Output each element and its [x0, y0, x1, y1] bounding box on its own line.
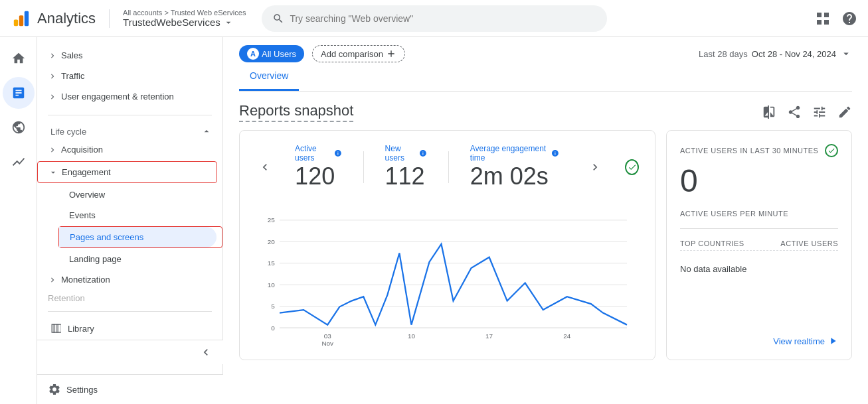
compare-columns-icon[interactable] — [762, 105, 776, 119]
svg-text:15: 15 — [268, 259, 276, 267]
svg-text:17: 17 — [485, 332, 493, 340]
share-icon[interactable] — [787, 105, 802, 119]
rail-advertising[interactable] — [3, 146, 35, 178]
sidebar-engagement-sub: Overview Events Pages and screens Landin… — [37, 184, 222, 269]
tab-overview[interactable]: Overview — [239, 62, 299, 91]
logo-area: Analytics All accounts > Trusted Web eSe… — [11, 8, 246, 29]
chevron-left-icon — [199, 346, 213, 359]
property-name[interactable]: TrustedWebeServices — [123, 17, 246, 28]
analytics-logo — [11, 8, 32, 29]
topbar-actions — [815, 11, 857, 27]
grid-icon[interactable] — [815, 11, 831, 27]
metric-new-users: New users 112 — [385, 144, 427, 190]
snapshot-title: Reports snapshot — [239, 102, 353, 122]
next-arrow[interactable] — [586, 157, 604, 178]
main-content: A All Users Add comparison Last 28 days … — [223, 37, 868, 404]
chevron-right-icon — [48, 51, 57, 60]
filter-bar: A All Users Add comparison — [239, 45, 405, 62]
sidebar-item-overview[interactable]: Overview — [58, 184, 217, 205]
sidebar-top-section: Sales Traffic User engagement & retentio… — [37, 42, 222, 109]
lifecycle-collapse-icon[interactable] — [201, 126, 212, 137]
sidebar-item-library[interactable]: Library — [37, 317, 222, 340]
search-bar[interactable] — [262, 5, 607, 32]
side-card-check-icon — [825, 144, 838, 157]
svg-rect-1 — [19, 15, 23, 26]
sidebar-item-sales[interactable]: Sales — [37, 45, 222, 66]
rail-home[interactable] — [3, 42, 35, 74]
svg-text:10: 10 — [268, 281, 276, 289]
rail-explore[interactable] — [3, 111, 35, 143]
pages-screens-box: Pages and screens — [58, 226, 222, 248]
no-data-label: No data available — [680, 256, 838, 282]
snapshot-actions — [762, 105, 852, 119]
sidebar-item-retention[interactable]: Retention — [37, 290, 222, 306]
analytics-title: Analytics — [37, 10, 96, 27]
add-comparison-button[interactable]: Add comparison — [312, 45, 405, 62]
customize-icon[interactable] — [812, 105, 827, 119]
check-circle-icon — [625, 159, 639, 175]
snapshot-title-row: Reports snapshot — [239, 92, 852, 130]
date-range[interactable]: Last 28 days Oct 28 - Nov 24, 2024 — [699, 48, 852, 60]
chevron-right-icon3 — [48, 92, 57, 101]
settings-nav[interactable]: Settings — [37, 374, 223, 404]
sidebar-item-events[interactable]: Events — [58, 205, 217, 226]
metric-new-users-value: 112 — [385, 163, 427, 190]
prev-arrow[interactable] — [256, 157, 274, 178]
sidebar-item-engagement[interactable]: Engagement — [38, 162, 217, 182]
chevron-right-acq — [48, 145, 57, 155]
snapshot-tabs: Overview — [239, 62, 852, 92]
side-card-title: ACTIVE USERS IN LAST 30 MINUTES — [680, 144, 838, 157]
topbar: Analytics All accounts > Trusted Web eSe… — [0, 0, 868, 37]
metric-new-users-label: New users — [385, 144, 427, 163]
countries-header: TOP COUNTRIES ACTIVE USERS — [680, 239, 838, 251]
metric-avg-engagement-value: 2m 02s — [470, 163, 559, 190]
sidebar-divider2 — [48, 311, 212, 312]
svg-text:Nov: Nov — [321, 340, 333, 347]
cards-row: Active users 120 New users 112 — [223, 130, 868, 360]
sidebar-item-traffic[interactable]: Traffic — [37, 66, 222, 86]
plus-icon — [386, 48, 396, 59]
arrow-right-icon — [827, 336, 838, 346]
chevron-down-engagement — [48, 168, 58, 177]
info-icon-new — [419, 149, 427, 158]
sidebar-item-acquisition[interactable]: Acquisition — [37, 139, 222, 160]
sidebar-item-monetization[interactable]: Monetization — [37, 269, 222, 290]
side-card: ACTIVE USERS IN LAST 30 MINUTES 0 ACTIVE… — [666, 130, 852, 360]
search-input[interactable] — [290, 13, 596, 24]
sidebar-item-user-engagement[interactable]: User engagement & retention — [37, 86, 222, 107]
main-chart-card: Active users 120 New users 112 — [239, 130, 655, 360]
search-icon — [272, 13, 284, 25]
snapshot-section: Overview Reports snapshot — [223, 62, 868, 130]
edit-icon[interactable] — [837, 105, 852, 119]
svg-text:20: 20 — [268, 238, 276, 245]
metric-active-users-label: Active users — [295, 144, 342, 163]
rail-reports[interactable] — [3, 77, 35, 109]
sidebar-item-landing-page[interactable]: Landing page — [58, 249, 217, 269]
side-card-value: 0 — [680, 163, 838, 199]
segment-pill[interactable]: A All Users — [239, 45, 304, 62]
svg-rect-2 — [25, 11, 29, 25]
icon-rail — [0, 37, 37, 404]
svg-text:25: 25 — [268, 216, 276, 224]
chart-area: 25 20 15 10 5 0 03 Nov 10 17 24 — [240, 196, 655, 360]
view-realtime-link[interactable]: View realtime — [680, 336, 838, 346]
side-card-divider — [680, 228, 838, 229]
collapse-sidebar-button[interactable] — [37, 340, 223, 364]
metric-sep1 — [363, 151, 364, 183]
engagement-selected-box: Engagement — [37, 161, 217, 183]
svg-text:03: 03 — [324, 332, 332, 340]
date-chevron-icon — [840, 48, 852, 60]
logo-divider — [109, 9, 110, 28]
library-icon — [50, 322, 62, 334]
svg-text:24: 24 — [563, 332, 571, 340]
sidebar-item-pages-screens[interactable]: Pages and screens — [59, 227, 217, 247]
metric-active-users-value: 120 — [295, 163, 342, 190]
svg-rect-3 — [52, 324, 61, 325]
segment-letter: A — [247, 48, 259, 60]
help-icon[interactable] — [841, 11, 857, 27]
breadcrumb: All accounts > Trusted Web eServices — [123, 9, 246, 17]
sidebar-divider — [48, 115, 212, 115]
svg-text:10: 10 — [408, 332, 416, 340]
info-icon-active — [334, 149, 342, 158]
metric-sep2 — [448, 151, 449, 183]
